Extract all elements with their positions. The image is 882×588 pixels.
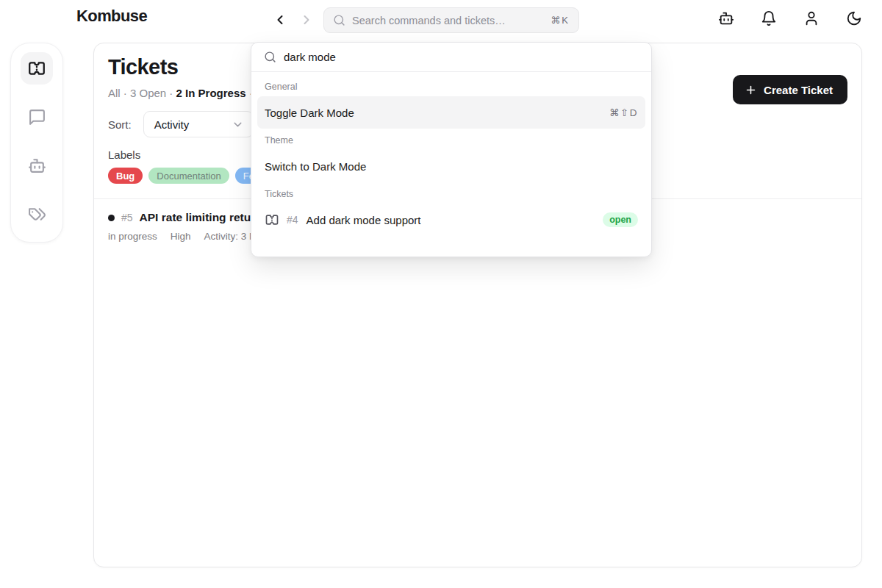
command-label: Add dark mode support — [306, 214, 421, 226]
chevron-left-icon — [273, 12, 287, 27]
message-icon — [28, 108, 46, 126]
sidebar-item-bot[interactable] — [21, 149, 53, 182]
top-bar: Kombuse ⌘K — [0, 0, 882, 41]
bell-icon — [761, 10, 777, 26]
assistant-button[interactable] — [718, 10, 734, 26]
summary-prefix: All · 3 Open · — [108, 87, 176, 99]
label-pill-documentation[interactable]: Documentation — [148, 168, 229, 184]
search-input[interactable] — [352, 15, 544, 26]
plus-icon — [745, 84, 757, 96]
sort-label: Sort: — [108, 118, 132, 131]
palette-section-tickets: Tickets — [257, 182, 645, 204]
account-button[interactable] — [803, 10, 820, 26]
forward-button[interactable] — [298, 12, 315, 28]
palette-section-general: General — [257, 75, 645, 96]
summary-in-progress: 2 In Progress — [176, 87, 246, 99]
palette-section-theme: Theme — [257, 129, 645, 150]
command-item-switch-to-dark-mode[interactable]: Switch to Dark Mode — [257, 150, 645, 182]
global-search[interactable]: ⌘K — [323, 7, 579, 33]
tags-icon — [28, 205, 46, 223]
search-icon — [264, 51, 276, 63]
ticket-status: in progress — [108, 231, 157, 242]
theme-toggle-button[interactable] — [846, 10, 862, 26]
command-label: Toggle Dark Mode — [265, 107, 354, 119]
ticket-number: #5 — [121, 212, 133, 223]
command-item-ticket-4[interactable]: #4 Add dark mode support open — [257, 204, 645, 236]
app-logo: Kombuse — [76, 7, 147, 26]
bot-icon — [28, 157, 46, 175]
status-dot — [108, 215, 115, 221]
header-actions — [718, 10, 862, 26]
ticket-number: #4 — [287, 214, 298, 226]
command-label: Switch to Dark Mode — [265, 160, 366, 173]
command-item-toggle-dark-mode[interactable]: Toggle Dark Mode ⌘⇧D — [257, 96, 645, 129]
sidebar-item-tickets[interactable] — [21, 52, 53, 85]
sidebar-item-labels[interactable] — [21, 198, 53, 230]
label-pill-bug[interactable]: Bug — [108, 168, 143, 184]
sidebar-item-messages[interactable] — [21, 101, 53, 133]
icon-sidebar — [10, 43, 63, 243]
notifications-button[interactable] — [761, 10, 777, 26]
create-ticket-button[interactable]: Create Ticket — [733, 75, 847, 104]
back-button[interactable] — [272, 12, 288, 28]
search-icon — [333, 14, 345, 26]
search-shortcut-hint: ⌘K — [551, 15, 570, 26]
bot-icon — [718, 10, 734, 26]
chevron-right-icon — [299, 12, 314, 27]
sort-dropdown[interactable]: Activity — [143, 111, 254, 137]
ticket-icon — [265, 212, 279, 227]
command-input[interactable] — [284, 51, 641, 63]
ticket-title: API rate limiting retu — [140, 211, 251, 224]
user-icon — [803, 10, 820, 26]
moon-icon — [846, 10, 862, 26]
ticket-icon — [27, 59, 46, 78]
sort-value: Activity — [154, 118, 190, 131]
command-palette: General Toggle Dark Mode ⌘⇧D Theme Switc… — [251, 42, 652, 257]
command-shortcut: ⌘⇧D — [609, 107, 638, 118]
history-nav — [272, 12, 315, 28]
command-input-row[interactable] — [251, 43, 651, 72]
ticket-priority: High — [171, 231, 191, 242]
status-badge: open — [603, 212, 638, 227]
create-ticket-label: Create Ticket — [764, 84, 833, 96]
chevron-down-icon — [232, 118, 244, 131]
